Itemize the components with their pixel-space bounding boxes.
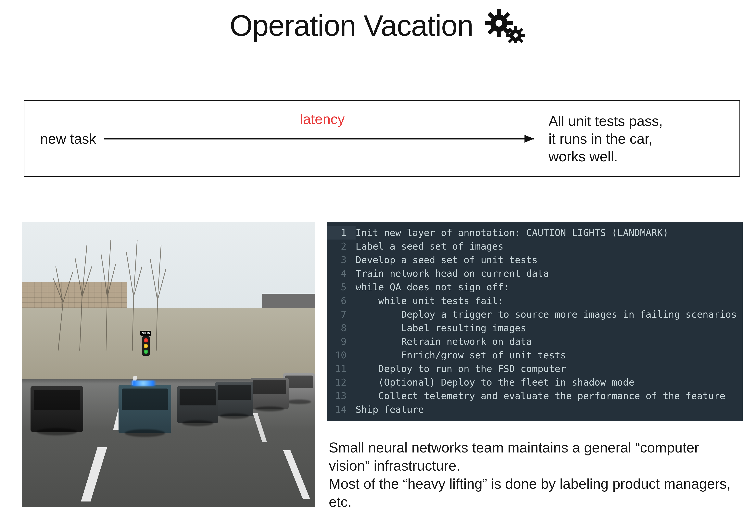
line-number: 7 <box>327 307 356 321</box>
code-text: Enrich/grow set of unit tests <box>356 348 737 362</box>
code-line: 12 (Optional) Deploy to the fleet in sha… <box>327 376 737 389</box>
code-line: 10 Enrich/grow set of unit tests <box>327 348 737 362</box>
code-text: Label a seed set of images <box>356 240 737 253</box>
svg-rect-4 <box>514 26 517 30</box>
code-line: 7 Deploy a trigger to source more images… <box>327 307 737 321</box>
line-number: 10 <box>327 348 356 362</box>
code-line: 1Init new layer of annotation: CAUTION_L… <box>327 226 737 240</box>
line-number: 2 <box>327 240 356 253</box>
line-number: 4 <box>327 267 356 280</box>
gears-icon <box>481 8 526 43</box>
pseudocode-block: 1Init new layer of annotation: CAUTION_L… <box>327 223 742 421</box>
code-line: 13 Collect telemetry and evaluate the pe… <box>327 389 737 403</box>
line-number: 11 <box>327 362 356 376</box>
slide: Operation Vacation <box>0 0 756 532</box>
svg-point-5 <box>513 33 518 38</box>
slide-title-row: Operation Vacation <box>0 8 756 43</box>
traffic-light-icon <box>142 336 149 356</box>
code-text: Label resulting images <box>356 321 737 335</box>
line-number: 6 <box>327 294 356 307</box>
code-text: (Optional) Deploy to the fleet in shadow… <box>356 376 737 389</box>
slide-title: Operation Vacation <box>230 9 473 43</box>
code-line: 4Train network head on current data <box>327 267 737 280</box>
traffic-light-overlay: MOV <box>140 331 151 356</box>
code-text: Develop a seed set of unit tests <box>356 253 737 267</box>
code-text: while unit tests fail: <box>356 294 737 307</box>
code-line: 2Label a seed set of images <box>327 240 737 253</box>
latency-arrow: latency <box>102 101 543 176</box>
code-text: Train network head on current data <box>356 267 737 280</box>
code-line: 9 Retrain network on data <box>327 335 737 348</box>
street-photo: MOV <box>22 223 315 507</box>
code-line: 3Develop a seed set of unit tests <box>327 253 737 267</box>
code-text: Retrain network on data <box>356 335 737 348</box>
code-text: while QA does not sign off: <box>356 280 737 294</box>
line-number: 5 <box>327 280 356 294</box>
code-text: Deploy to run on the FSD computer <box>356 362 737 376</box>
line-number: 9 <box>327 335 356 348</box>
code-line: 8 Label resulting images <box>327 321 737 335</box>
svg-rect-1 <box>497 9 501 15</box>
latency-box: new task latency All unit tests pass,it … <box>24 100 740 177</box>
line-number: 14 <box>327 403 356 416</box>
line-number: 1 <box>327 226 356 240</box>
line-number: 13 <box>327 389 356 403</box>
code-line: 6 while unit tests fail: <box>327 294 737 307</box>
line-number: 3 <box>327 253 356 267</box>
code-line: 14Ship feature <box>327 403 737 416</box>
code-line: 5while QA does not sign off: <box>327 280 737 294</box>
caution-light-overlay <box>127 381 159 386</box>
overlay-label: MOV <box>140 331 151 335</box>
latency-start-label: new task <box>40 130 102 147</box>
code-text: Init new layer of annotation: CAUTION_LI… <box>356 226 737 240</box>
svg-point-2 <box>496 20 502 27</box>
line-number: 12 <box>327 376 356 389</box>
footnote-paragraph: Small neural networks team maintains a g… <box>327 421 742 511</box>
code-text: Deploy a trigger to source more images i… <box>356 307 737 321</box>
code-text: Ship feature <box>356 403 737 416</box>
latency-arrow-label: latency <box>300 111 345 127</box>
line-number: 8 <box>327 321 356 335</box>
svg-marker-7 <box>525 135 534 143</box>
latency-end-label: All unit tests pass,it runs in the car,w… <box>543 112 726 165</box>
code-text: Collect telemetry and evaluate the perfo… <box>356 389 737 403</box>
code-line: 11 Deploy to run on the FSD computer <box>327 362 737 376</box>
